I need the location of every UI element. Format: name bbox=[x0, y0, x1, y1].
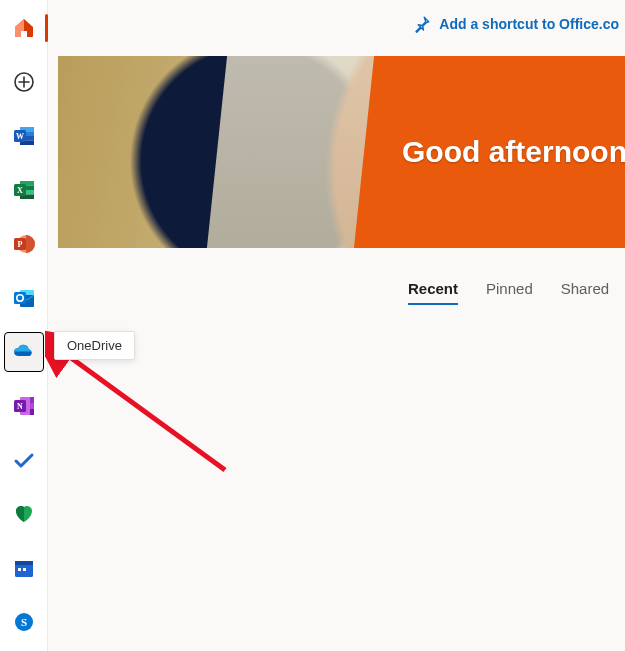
svg-text:P: P bbox=[17, 240, 22, 249]
svg-text:N: N bbox=[17, 402, 23, 411]
hero-banner: Good afternoon bbox=[58, 56, 625, 248]
tab-pinned[interactable]: Pinned bbox=[486, 280, 533, 305]
excel-icon: X bbox=[12, 178, 36, 202]
sidebar-item-onedrive[interactable] bbox=[4, 332, 44, 372]
onenote-icon: N bbox=[12, 394, 36, 418]
skype-icon: S bbox=[12, 610, 36, 634]
sidebar-item-powerpoint[interactable]: P bbox=[4, 224, 44, 264]
plus-circle-icon bbox=[12, 70, 36, 94]
sidebar-item-onenote[interactable]: N bbox=[4, 386, 44, 426]
sidebar-item-create[interactable] bbox=[4, 62, 44, 102]
svg-rect-29 bbox=[18, 568, 21, 571]
sidebar-item-todo[interactable] bbox=[4, 440, 44, 480]
svg-text:W: W bbox=[16, 132, 24, 141]
add-shortcut-link[interactable]: Add a shortcut to Office.co bbox=[413, 15, 619, 33]
sidebar-item-home[interactable] bbox=[4, 8, 44, 48]
hero-greeting: Good afternoon bbox=[402, 135, 625, 169]
onedrive-icon bbox=[12, 340, 36, 364]
todo-check-icon bbox=[12, 448, 36, 472]
powerpoint-icon: P bbox=[12, 232, 36, 256]
heart-icon bbox=[12, 502, 36, 526]
app-sidebar: W X P N S bbox=[0, 0, 48, 651]
sidebar-item-family-safety[interactable] bbox=[4, 494, 44, 534]
svg-rect-24 bbox=[30, 409, 34, 415]
svg-text:S: S bbox=[20, 616, 26, 628]
svg-rect-30 bbox=[23, 568, 26, 571]
home-icon bbox=[12, 16, 36, 40]
outlook-icon bbox=[12, 286, 36, 310]
svg-rect-23 bbox=[30, 403, 34, 409]
svg-rect-22 bbox=[30, 397, 34, 403]
top-bar: Add a shortcut to Office.co bbox=[48, 0, 625, 48]
add-shortcut-label: Add a shortcut to Office.co bbox=[439, 16, 619, 32]
sidebar-item-word[interactable]: W bbox=[4, 116, 44, 156]
sidebar-item-outlook[interactable] bbox=[4, 278, 44, 318]
sidebar-item-skype[interactable]: S bbox=[4, 602, 44, 642]
calendar-icon bbox=[12, 556, 36, 580]
svg-rect-28 bbox=[15, 561, 33, 565]
svg-text:X: X bbox=[17, 186, 23, 195]
tab-shared[interactable]: Shared bbox=[561, 280, 609, 305]
svg-rect-19 bbox=[14, 292, 26, 304]
main-content: Add a shortcut to Office.co Good afterno… bbox=[48, 0, 625, 651]
onedrive-tooltip: OneDrive bbox=[54, 331, 135, 360]
sidebar-item-excel[interactable]: X bbox=[4, 170, 44, 210]
document-tabs: Recent Pinned Shared bbox=[48, 280, 625, 305]
pin-icon bbox=[413, 15, 431, 33]
tab-recent[interactable]: Recent bbox=[408, 280, 458, 305]
sidebar-item-calendar[interactable] bbox=[4, 548, 44, 588]
word-icon: W bbox=[12, 124, 36, 148]
